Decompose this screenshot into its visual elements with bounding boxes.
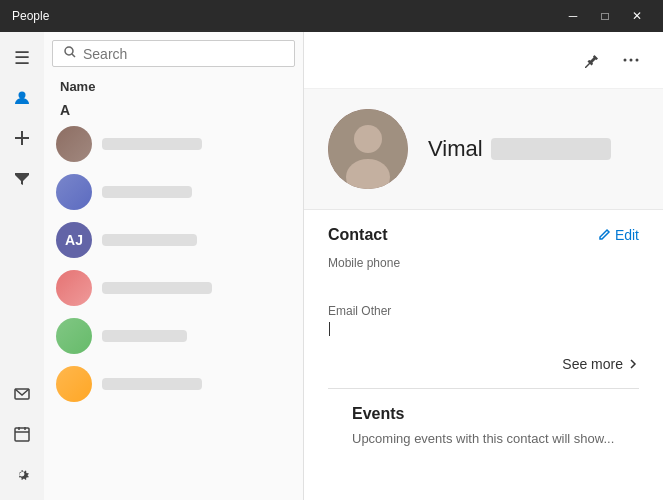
maximize-button[interactable]: □: [591, 5, 619, 27]
contact-hero: Vimal: [304, 89, 663, 210]
mobile-phone-label: Mobile phone: [328, 256, 639, 270]
email-other-field: Email Other: [328, 304, 639, 336]
list-item[interactable]: [44, 360, 303, 408]
window-controls: ─ □ ✕: [559, 5, 651, 27]
avatar-silhouette: [328, 109, 408, 189]
contact-name-blur: [102, 234, 197, 246]
events-title: Events: [352, 405, 615, 423]
search-input[interactable]: [83, 46, 284, 62]
edit-label: Edit: [615, 227, 639, 243]
list-item[interactable]: [44, 120, 303, 168]
filter-icon[interactable]: [4, 160, 40, 196]
mail-icon[interactable]: [4, 376, 40, 412]
avatar: [56, 366, 92, 402]
email-other-value: [328, 320, 639, 336]
contact-name-blur: [102, 282, 212, 294]
svg-rect-2: [15, 137, 29, 139]
see-more-row: See more: [328, 352, 639, 389]
hero-name: Vimal: [428, 136, 611, 162]
minimize-button[interactable]: ─: [559, 5, 587, 27]
more-options-button[interactable]: [615, 44, 647, 76]
search-box[interactable]: [52, 40, 295, 67]
list-item[interactable]: AJ: [44, 216, 303, 264]
people-icon[interactable]: [4, 80, 40, 116]
svg-point-8: [636, 59, 639, 62]
app-body: ☰: [0, 32, 663, 500]
list-item[interactable]: [44, 312, 303, 360]
contact-name-blur: [102, 138, 202, 150]
avatar: [56, 174, 92, 210]
svg-point-0: [19, 92, 26, 99]
svg-point-10: [354, 125, 382, 153]
pin-button[interactable]: [575, 44, 607, 76]
add-contact-icon[interactable]: [4, 120, 40, 156]
events-section: Events Upcoming events with this contact…: [328, 405, 639, 446]
section-letter-a: A: [44, 98, 303, 120]
text-cursor: [329, 322, 330, 336]
contact-section-title: Contact: [328, 226, 388, 244]
icon-rail: ☰: [0, 32, 44, 500]
svg-point-5: [65, 47, 73, 55]
events-description: Upcoming events with this contact will s…: [352, 431, 615, 446]
svg-point-6: [624, 59, 627, 62]
hero-avatar: [328, 109, 408, 189]
email-other-label: Email Other: [328, 304, 639, 318]
calendar-icon[interactable]: [4, 416, 40, 452]
contact-list: Name A AJ: [44, 32, 304, 500]
hamburger-menu-icon[interactable]: ☰: [4, 40, 40, 76]
svg-rect-4: [15, 428, 29, 441]
close-button[interactable]: ✕: [623, 5, 651, 27]
edit-button[interactable]: Edit: [597, 227, 639, 243]
list-toolbar: Name: [44, 75, 303, 98]
contact-name-blur: [102, 330, 187, 342]
avatar: AJ: [56, 222, 92, 258]
mobile-phone-value: [328, 272, 639, 288]
name-column-label: Name: [60, 79, 95, 94]
contact-name-blur: [102, 378, 202, 390]
search-icon: [63, 45, 77, 62]
svg-point-7: [630, 59, 633, 62]
see-more-button[interactable]: See more: [562, 356, 639, 372]
hero-last-name-blur: [491, 138, 611, 160]
mobile-phone-field: Mobile phone: [328, 256, 639, 288]
detail-header: [304, 32, 663, 89]
app-title: People: [12, 9, 49, 23]
list-item[interactable]: [44, 168, 303, 216]
avatar: [56, 270, 92, 306]
contact-section-header: Contact Edit: [328, 226, 639, 244]
contact-items: A AJ: [44, 98, 303, 500]
settings-icon[interactable]: [4, 456, 40, 492]
avatar: [56, 318, 92, 354]
list-item[interactable]: [44, 264, 303, 312]
contact-section: Contact Edit Mobile phone Email Other: [304, 210, 663, 462]
titlebar: People ─ □ ✕: [0, 0, 663, 32]
contact-name-blur: [102, 186, 192, 198]
detail-panel: Vimal Contact Edit Mobile phone: [304, 32, 663, 500]
avatar: [56, 126, 92, 162]
